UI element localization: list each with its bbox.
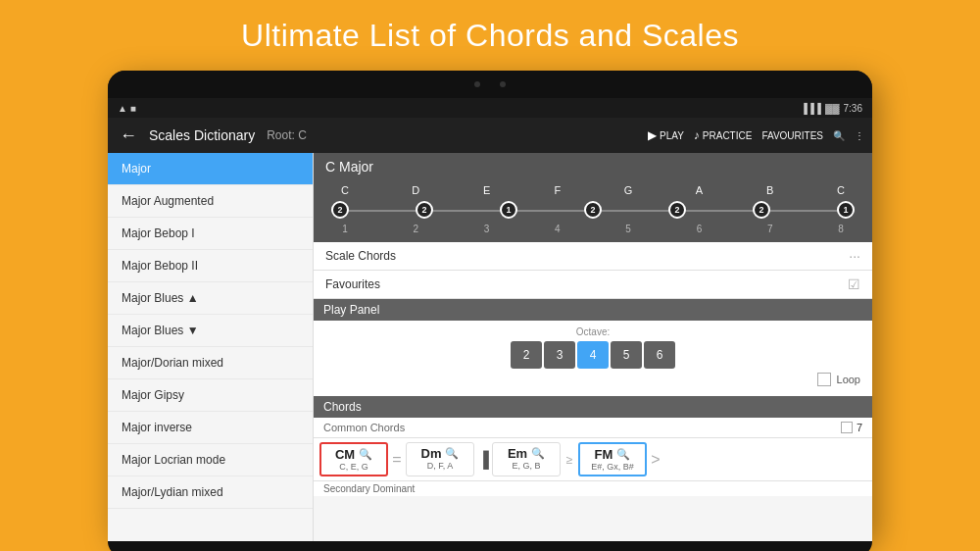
num-1: 1 — [333, 224, 357, 234]
chords-header-row: Common Chords 7 — [314, 418, 872, 438]
scale-line-row: 2 2 1 2 2 2 1 — [323, 198, 862, 222]
chord-card-fm[interactable]: FM 🔍 E#, Gx, B# — [578, 442, 647, 476]
sidebar-item-major-lydian-mixed[interactable]: Major/Lydian mixed — [108, 476, 313, 509]
chord-separator-4: > — [649, 451, 662, 469]
chords-header: Chords — [314, 396, 872, 418]
scale-numbers-row: 1 2 3 4 5 6 7 8 — [323, 224, 862, 234]
chord-separator-1: = — [390, 451, 404, 469]
loop-row: Loop — [325, 369, 860, 390]
sidebar-item-major-inverse[interactable]: Major inverse — [108, 412, 313, 444]
sidebar-item-major-augmented[interactable]: Major Augmented — [108, 185, 313, 218]
chord-cm-name-row: CM 🔍 — [325, 447, 382, 462]
device-frame: ▲ ■ ▐▐▐ ▓▓ 7:36 ← Scales Dictionary Root… — [108, 71, 872, 541]
note-g: G — [611, 184, 646, 196]
sidebar-item-major-blues-down[interactable]: Major Blues ▼ — [108, 315, 313, 347]
scale-chords-icon: ··· — [849, 248, 860, 264]
more-button[interactable]: ⋮ — [855, 130, 864, 141]
chord-fm-name: FM — [595, 447, 613, 462]
scale-notes-row: C D E F G A B C — [323, 184, 862, 196]
toolbar-root: Root: C — [267, 128, 307, 142]
device-top-bar — [108, 71, 872, 98]
favourites-checkbox[interactable]: ☑ — [848, 276, 860, 292]
count-value: 7 — [857, 422, 862, 433]
chord-separator-3: ≥ — [563, 453, 576, 467]
chord-em-search[interactable]: 🔍 — [531, 447, 545, 460]
more-icon: ⋮ — [855, 130, 864, 141]
octave-4-button[interactable]: 4 — [577, 341, 609, 369]
octave-3-button[interactable]: 3 — [544, 341, 575, 369]
chord-dm-search[interactable]: 🔍 — [445, 447, 459, 460]
camera-dot-right — [500, 81, 506, 87]
dot-3: 1 — [500, 201, 517, 219]
octave-buttons: 2 3 4 5 6 — [325, 341, 860, 369]
sidebar-item-major-bebop-i[interactable]: Major Bebop I — [108, 218, 313, 250]
note-d: D — [398, 184, 433, 196]
signal-icon: ▐▐▐ — [801, 103, 821, 114]
favourites-button[interactable]: FAVOURITES — [761, 130, 823, 141]
play-icon: ▶ — [648, 128, 657, 142]
num-8: 8 — [829, 224, 853, 234]
sidebar-item-major-gipsy[interactable]: Major Gipsy — [108, 379, 313, 412]
octave-2-button[interactable]: 2 — [511, 341, 542, 369]
chord-dm-notes: D, F, A — [427, 461, 454, 471]
chord-cm-name: CM — [335, 447, 355, 462]
num-3: 3 — [475, 224, 499, 234]
chord-em-name-row: Em 🔍 — [497, 446, 556, 461]
octave-5-button[interactable]: 5 — [611, 341, 642, 369]
loop-label: Loop — [837, 374, 860, 385]
status-left: ▲ ■ — [118, 103, 136, 114]
status-icons: ▲ ■ — [118, 103, 136, 114]
sidebar-item-major-bebop-ii[interactable]: Major Bebop II — [108, 250, 313, 282]
chords-list: CM 🔍 C, E, G = Dm 🔍 D, F, A ▐ — [314, 438, 872, 480]
app-content: Major Major Augmented Major Bebop I Majo… — [108, 153, 872, 541]
scale-chords-row[interactable]: Scale Chords ··· — [314, 242, 872, 271]
chord-dm-name-row: Dm 🔍 — [411, 446, 469, 461]
scale-dots: 2 2 1 2 2 2 1 — [323, 198, 862, 222]
battery-icon: ▓▓ — [825, 103, 840, 114]
sidebar: Major Major Augmented Major Bebop I Majo… — [108, 153, 314, 541]
loop-checkbox[interactable] — [817, 373, 831, 386]
num-7: 7 — [759, 224, 782, 234]
search-icon: 🔍 — [833, 130, 845, 141]
status-right: ▐▐▐ ▓▓ 7:36 — [801, 103, 862, 114]
clock: 7:36 — [844, 103, 862, 114]
note-c1: C — [327, 184, 363, 196]
play-label: PLAY — [660, 130, 684, 141]
back-button[interactable]: ← — [116, 125, 141, 146]
num-6: 6 — [687, 224, 710, 234]
dot-7: 1 — [837, 201, 855, 219]
chords-section: Chords Common Chords 7 CM 🔍 C, E, G — [314, 396, 872, 541]
num-2: 2 — [404, 224, 427, 234]
play-button[interactable]: ▶ PLAY — [648, 128, 684, 142]
sidebar-item-major-blues-up[interactable]: Major Blues ▲ — [108, 282, 313, 315]
scale-chords-label: Scale Chords — [325, 249, 849, 263]
scale-diagram: C D E F G A B C 2 2 1 2 2 — [314, 180, 872, 242]
note-e: E — [469, 184, 505, 196]
chord-card-em[interactable]: Em 🔍 E, G, B — [492, 442, 561, 476]
sidebar-item-major-locrian[interactable]: Major Locrian mode — [108, 444, 313, 476]
search-button[interactable]: 🔍 — [833, 130, 845, 141]
practice-icon: ♪ — [694, 128, 700, 142]
dot-6: 2 — [753, 201, 770, 219]
octave-6-button[interactable]: 6 — [644, 341, 675, 369]
chord-fm-search[interactable]: 🔍 — [616, 448, 630, 461]
dot-4: 2 — [584, 201, 602, 219]
dot-5: 2 — [668, 201, 686, 219]
octave-label: Octave: — [325, 326, 860, 337]
page-title: Ultimate List of Chords and Scales — [0, 18, 980, 54]
dot-2: 2 — [416, 201, 433, 219]
camera-dot-left — [474, 81, 480, 87]
favourites-label: FAVOURITES — [761, 130, 823, 141]
num-5: 5 — [616, 224, 640, 234]
sidebar-item-major-dorian-mixed[interactable]: Major/Dorian mixed — [108, 347, 313, 379]
practice-button[interactable]: ♪ PRACTICE — [694, 128, 753, 142]
favourites-row[interactable]: Favourites ☑ — [314, 271, 872, 299]
chord-card-cm[interactable]: CM 🔍 C, E, G — [319, 442, 388, 476]
chords-count: 7 — [841, 422, 862, 433]
sidebar-item-major[interactable]: Major — [108, 153, 313, 185]
main-panel: C Major C D E F G A B C 2 2 — [314, 153, 872, 541]
secondary-label: Secondary Dominant — [314, 480, 872, 496]
chord-card-dm[interactable]: Dm 🔍 D, F, A — [406, 442, 474, 476]
chord-em-name: Em — [508, 446, 527, 461]
chord-cm-search[interactable]: 🔍 — [359, 448, 372, 461]
